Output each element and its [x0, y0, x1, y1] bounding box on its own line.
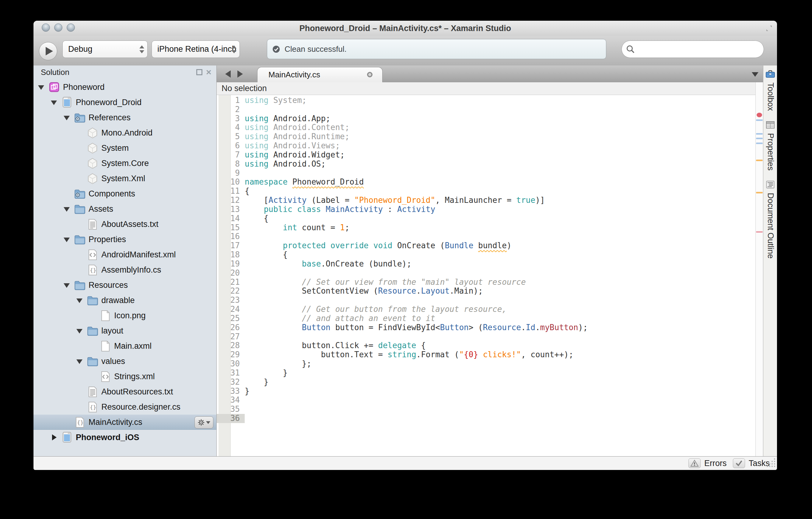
- tree-item-label: References: [89, 113, 130, 122]
- code-line: 7using Android.Widget;: [217, 151, 755, 160]
- window-title: Phoneword_Droid – MainActivity.cs* – Xam…: [33, 21, 777, 36]
- run-button[interactable]: [39, 42, 57, 60]
- resize-grip[interactable]: [765, 457, 776, 469]
- tree-item-values[interactable]: values: [33, 354, 216, 369]
- tree-item-phoneword[interactable]: Phoneword: [33, 80, 216, 95]
- configuration-select[interactable]: Debug: [62, 40, 148, 58]
- expander-spacer: [62, 188, 74, 199]
- code-line: 30 };: [217, 359, 755, 368]
- fullscreen-icon[interactable]: [765, 25, 773, 33]
- code-line: 18 {: [217, 250, 755, 260]
- status-message: Clean successful.: [285, 45, 347, 54]
- breadcrumb[interactable]: No selection: [217, 82, 755, 95]
- tree-item-label: MainActivity.cs: [89, 417, 142, 427]
- search-field[interactable]: [621, 40, 764, 58]
- tree-item-strings-xml[interactable]: Strings.xml: [33, 369, 216, 384]
- xamarin-studio-window: Phoneword_Droid – MainActivity.cs* – Xam…: [33, 21, 777, 470]
- tree-item-assets[interactable]: Assets: [33, 201, 216, 217]
- item-options-gear-button[interactable]: [195, 416, 213, 429]
- ruler-marker: [756, 138, 763, 139]
- line-number: 2: [217, 105, 245, 114]
- properties-icon: [766, 121, 775, 130]
- code-line: 16: [217, 232, 755, 241]
- collapse-arrow-icon[interactable]: [75, 325, 86, 336]
- code-line: 21 // Set our view from the "main" layou…: [217, 278, 755, 287]
- tree-item-system-xml[interactable]: System.Xml: [33, 171, 216, 186]
- dock-tab-document-outline[interactable]: Document Outline: [763, 181, 777, 258]
- ruler-marker: [756, 231, 763, 233]
- code-line: 26 Button button = FindViewById<Button> …: [217, 323, 755, 332]
- expand-arrow-icon[interactable]: [49, 432, 61, 443]
- dock-tab-properties[interactable]: Properties: [763, 121, 777, 170]
- tree-item-label: drawable: [102, 296, 135, 305]
- tree-item-resources[interactable]: Resources: [33, 277, 216, 293]
- tab-overflow-icon[interactable]: [752, 72, 758, 77]
- tree-item-resource-designer-cs[interactable]: {}Resource.designer.cs: [33, 399, 216, 414]
- tree-item-assemblyinfo-cs[interactable]: {}AssemblyInfo.cs: [33, 262, 216, 277]
- dock-tab-toolbox[interactable]: Toolbox: [763, 70, 777, 111]
- tree-item-aboutresources-txt[interactable]: AboutResources.txt: [33, 384, 216, 399]
- tree-item-mainactivity-cs[interactable]: {}MainActivity.cs: [33, 414, 216, 430]
- code-line: 27: [217, 332, 755, 342]
- collapse-arrow-icon[interactable]: [62, 234, 74, 245]
- status-bar: Errors Tasks: [33, 456, 777, 470]
- line-number: 27: [217, 332, 245, 342]
- tree-item-label: AboutResources.txt: [102, 387, 173, 397]
- tab-mainactivity[interactable]: MainActivity.cs: [257, 67, 383, 82]
- modified-dot-icon[interactable]: [367, 72, 373, 77]
- title-bar[interactable]: Phoneword_Droid – MainActivity.cs* – Xam…: [33, 21, 777, 36]
- navigate-back-icon[interactable]: [225, 70, 231, 78]
- collapse-arrow-icon[interactable]: [62, 203, 74, 215]
- line-number: 14: [217, 214, 245, 223]
- tree-item-components[interactable]: Components: [33, 186, 216, 201]
- tree-item-drawable[interactable]: drawable: [33, 293, 216, 308]
- solution-pad-header: Solution ×: [33, 65, 216, 79]
- tree-item-mono-android[interactable]: Mono.Android: [33, 125, 216, 140]
- errors-button[interactable]: [689, 458, 701, 468]
- tasks-button[interactable]: [733, 458, 745, 468]
- line-number: 16: [217, 232, 245, 241]
- tree-item-icon-png[interactable]: Icon.png: [33, 308, 216, 323]
- expander-spacer: [88, 371, 99, 382]
- tree-item-main-axml[interactable]: Main.axml: [33, 338, 216, 354]
- tree-item-system[interactable]: System: [33, 140, 216, 156]
- tree-item-label: Resources: [89, 280, 128, 290]
- project-icon: [61, 431, 73, 443]
- tree-item-phoneword-droid[interactable]: Phoneword_Droid: [33, 95, 216, 110]
- auto-hide-icon[interactable]: [196, 69, 202, 75]
- line-number: 15: [217, 223, 245, 233]
- errors-label[interactable]: Errors: [704, 457, 727, 470]
- tree-item-layout[interactable]: layout: [33, 323, 216, 338]
- document-tab-strip: MainActivity.cs: [217, 65, 763, 82]
- tree-item-label: Resource.designer.cs: [102, 402, 180, 412]
- tree-item-androidmanifest-xml[interactable]: AndroidManifest.xml: [33, 247, 216, 262]
- overview-ruler[interactable]: [755, 82, 763, 456]
- collapse-arrow-icon[interactable]: [62, 112, 74, 124]
- tree-item-label: Mono.Android: [102, 128, 152, 138]
- line-number: 12: [217, 196, 245, 205]
- collapse-arrow-icon[interactable]: [75, 295, 86, 306]
- ruler-marker: [756, 133, 763, 135]
- line-number: 25: [217, 314, 245, 323]
- tree-item-phoneword-ios[interactable]: Phoneword_iOS: [33, 430, 216, 445]
- tree-item-label: Strings.xml: [114, 372, 155, 381]
- xml-file-icon: [99, 371, 111, 383]
- search-input[interactable]: [638, 42, 757, 56]
- collapse-arrow-icon[interactable]: [62, 279, 74, 291]
- collapse-arrow-icon[interactable]: [49, 97, 61, 108]
- collapse-arrow-icon[interactable]: [36, 81, 48, 93]
- device-select[interactable]: iPhone Retina (4-inch: [151, 40, 240, 58]
- cs-file-icon: {}: [74, 416, 86, 428]
- tree-item-aboutassets-txt[interactable]: AboutAssets.txt: [33, 217, 216, 232]
- line-number: 26: [217, 323, 245, 332]
- collapse-arrow-icon[interactable]: [75, 355, 86, 367]
- code-line: 3using Android.App;: [217, 114, 755, 124]
- close-pad-icon[interactable]: ×: [206, 69, 212, 75]
- tree-item-properties[interactable]: Properties: [33, 232, 216, 247]
- tree-item-system-core[interactable]: System.Core: [33, 156, 216, 171]
- navigate-forward-icon[interactable]: [237, 70, 243, 78]
- code-editor[interactable]: 1using System;23using Android.App;4using…: [217, 95, 755, 456]
- tree-item-label: layout: [102, 326, 123, 336]
- status-area: Clean successful.: [267, 39, 606, 59]
- tree-item-references[interactable]: References: [33, 110, 216, 125]
